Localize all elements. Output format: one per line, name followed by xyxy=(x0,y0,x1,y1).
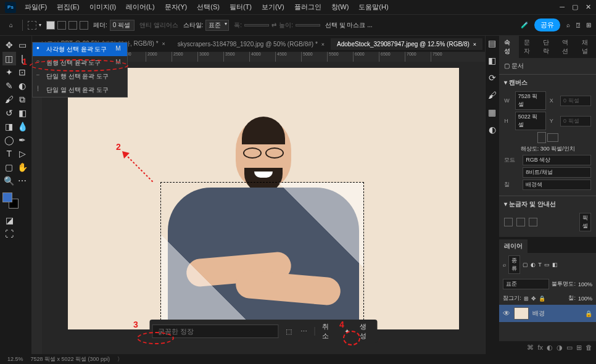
menu-edit[interactable]: 편집(E) xyxy=(53,1,83,13)
spot-heal-tool[interactable]: ◐ xyxy=(16,79,30,93)
sel-subtract-icon[interactable] xyxy=(68,21,77,30)
tab-doc-3[interactable]: AdobeStock_329087947.jpeg @ 12.5% (RGB/8… xyxy=(331,38,482,50)
lock-pos-icon[interactable]: ✥ xyxy=(531,296,536,302)
style-select[interactable]: 표준 xyxy=(205,20,229,31)
opacity-value[interactable]: 100% xyxy=(578,281,592,287)
lock-all-icon[interactable]: ⊞ xyxy=(524,296,529,302)
artboard-tool[interactable]: ▭ xyxy=(16,38,30,52)
menu-plugins[interactable]: 플러그인 xyxy=(291,1,325,13)
visibility-icon[interactable]: 👁 xyxy=(503,309,510,318)
tab-actions[interactable]: 액션 xyxy=(557,36,576,58)
layer-mask-icon[interactable]: ◐ xyxy=(547,344,553,352)
delete-layer-icon[interactable]: 🗑 xyxy=(586,344,592,352)
feather-input[interactable]: 0 픽셀 xyxy=(110,20,135,31)
rail-color[interactable]: ▤ xyxy=(487,38,498,49)
menu-type[interactable]: 문자(Y) xyxy=(161,1,191,13)
menu-help[interactable]: 도움말(H) xyxy=(355,1,392,13)
cancel-button[interactable]: 취소 xyxy=(320,322,337,341)
move-tool[interactable]: ✥ xyxy=(2,38,16,52)
gradient-tool[interactable]: ◨ xyxy=(2,120,16,133)
search-icon[interactable]: ⌕ xyxy=(566,22,570,28)
filter-type-icon[interactable]: T xyxy=(538,262,542,268)
crop-tool[interactable]: ⊡ xyxy=(16,65,30,79)
filter-img-icon[interactable]: ▢ xyxy=(523,262,528,268)
magic-wand-tool[interactable]: ✦ xyxy=(2,65,16,79)
filter-adj-icon[interactable]: ◐ xyxy=(531,262,536,268)
path-tool[interactable]: ▷ xyxy=(16,147,30,160)
layer-background[interactable]: 👁 배경 🔒 xyxy=(499,305,596,322)
viewport[interactable]: 1 2 ⬚ ⋯ 취소 ✦ 생성 3 4 xyxy=(42,62,485,354)
window-minimize[interactable]: ─ xyxy=(560,3,565,11)
orient-landscape-icon[interactable] xyxy=(547,133,558,142)
filter-shape-icon[interactable]: ▭ xyxy=(544,262,550,268)
pen-tool[interactable]: ✒ xyxy=(16,133,30,147)
zoom-tool[interactable]: 🔍 xyxy=(2,174,16,188)
menu-window[interactable]: 창(W) xyxy=(328,1,353,13)
eyedropper-tool[interactable]: ✎ xyxy=(2,79,16,93)
lock-icon[interactable]: 🔒 xyxy=(585,310,592,317)
more-options-icon[interactable]: ⋯ xyxy=(299,326,309,337)
chevron-down-icon[interactable]: ▾ xyxy=(39,22,41,28)
sel-add-icon[interactable] xyxy=(57,21,66,30)
layer-name[interactable]: 배경 xyxy=(532,309,545,318)
blur-tool[interactable]: 💧 xyxy=(16,120,30,133)
ruler-icon[interactable] xyxy=(504,218,513,226)
quickmask-tool[interactable]: ◪ xyxy=(2,213,16,227)
lock-pixels-icon[interactable]: 🔒 xyxy=(539,296,545,302)
layer-filter[interactable]: 종류 xyxy=(508,255,520,274)
link-layers-icon[interactable]: ⌘ xyxy=(527,344,534,352)
tab-doc-2[interactable]: skyscrapers-3184798_1920.jpg @ 50% (RGB/… xyxy=(172,38,331,50)
canvas-width[interactable]: 7528 픽셀 xyxy=(515,91,546,110)
more-tools[interactable]: ⋯ xyxy=(16,174,30,188)
flyout-single-row-marquee[interactable]: ┄단일 행 선택 윤곽 도구 xyxy=(33,70,127,83)
menu-file[interactable]: 파일(F) xyxy=(21,1,51,13)
rail-adjustments[interactable]: ◐ xyxy=(487,125,498,136)
window-close[interactable]: ✕ xyxy=(586,3,591,11)
zoom-level[interactable]: 12.5% xyxy=(7,356,23,362)
beaker-icon[interactable]: 🧪 xyxy=(521,22,528,28)
new-layer-icon[interactable]: ⊞ xyxy=(576,344,582,352)
color-mode-select[interactable]: RGB 색상 xyxy=(523,155,591,165)
history-brush-tool[interactable]: ↺ xyxy=(2,106,16,120)
canvas-section-title[interactable]: ▾ 캔버스 xyxy=(504,78,591,89)
rail-swatches[interactable]: ◧ xyxy=(487,56,498,67)
sel-intersect-icon[interactable] xyxy=(80,21,88,30)
marquee-tool[interactable]: ◫ xyxy=(2,52,16,65)
eraser-tool[interactable]: ◧ xyxy=(16,106,30,120)
layer-fx-icon[interactable]: fx xyxy=(537,344,543,352)
hand-tool[interactable]: ✋ xyxy=(16,160,30,174)
blend-mode[interactable]: 표준 xyxy=(503,279,549,289)
foreground-color[interactable] xyxy=(2,192,12,202)
select-mask-button[interactable]: 선택 및 마스크 ... xyxy=(325,21,373,30)
filter-smart-icon[interactable]: ◧ xyxy=(552,262,558,268)
rail-libraries[interactable]: ▦ xyxy=(487,107,498,118)
fill-opacity[interactable]: 100% xyxy=(578,296,592,302)
menu-select[interactable]: 선택(S) xyxy=(193,1,223,13)
menu-view[interactable]: 보기(V) xyxy=(258,1,288,13)
grid-icon[interactable] xyxy=(516,218,525,226)
flyout-single-col-marquee[interactable]: ┊단일 열 선택 윤곽 도구 xyxy=(33,83,127,97)
type-tool[interactable]: T xyxy=(2,147,16,160)
sel-new-icon[interactable] xyxy=(46,21,55,30)
orient-portrait-icon[interactable] xyxy=(537,132,546,143)
tab-properties[interactable]: 속성 xyxy=(499,36,518,58)
screenmode-tool[interactable]: ⛶ xyxy=(2,227,16,241)
menu-filter[interactable]: 필터(T) xyxy=(226,1,255,13)
rail-brush[interactable]: 🖌 xyxy=(487,90,498,101)
clone-tool[interactable]: ⧉ xyxy=(16,93,30,106)
image-icon[interactable]: ⬚ xyxy=(284,326,294,337)
brush-tool[interactable]: 🖌 xyxy=(2,93,16,106)
menu-image[interactable]: 이미지(I) xyxy=(86,1,120,13)
rectangle-tool[interactable]: ▢ xyxy=(2,160,16,174)
guide-icon[interactable] xyxy=(529,218,537,226)
canvas-height[interactable]: 5022 픽셀 xyxy=(515,112,546,130)
bit-depth-select[interactable]: 8비트/채널 xyxy=(523,167,591,178)
adjustment-layer-icon[interactable]: ◑ xyxy=(557,344,563,352)
tab-paragraph[interactable]: 단락 xyxy=(538,36,557,58)
share-button[interactable]: 공유 xyxy=(534,19,560,31)
unit-select[interactable]: 픽셀 xyxy=(579,213,591,231)
color-swatches[interactable] xyxy=(2,192,19,209)
marquee-tool-icon[interactable] xyxy=(28,21,36,30)
home-button[interactable]: ⌂ xyxy=(5,19,17,31)
tab-channels[interactable]: 채널 xyxy=(577,36,596,58)
